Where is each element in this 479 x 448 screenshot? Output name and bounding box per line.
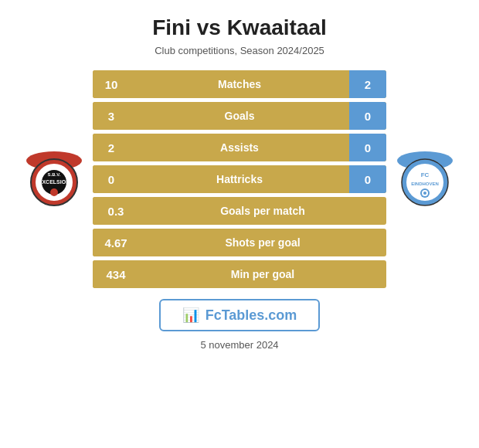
stat-row-goals: 3 Goals 0 [93, 102, 386, 130]
stat-label-assists: Assists [130, 141, 349, 154]
fctables-text: FcTables.com [206, 307, 297, 324]
fctables-banner[interactable]: 📊 FcTables.com [159, 299, 321, 331]
stat-right-matches: 2 [349, 70, 386, 98]
stat-label-matches: Matches [130, 78, 349, 90]
stat-left-min_per_goal: 434 [93, 260, 139, 288]
stat-left-goals_per_match: 0.3 [93, 197, 139, 225]
svg-text:EXCELSIOR: EXCELSIOR [39, 179, 70, 185]
page-subtitle: Club competitions, Season 2024/2025 [155, 45, 324, 56]
stats-area: 10 Matches 2 3 Goals 0 2 Assists 0 0 Hat… [93, 70, 386, 288]
stat-left-hattricks: 0 [93, 165, 130, 193]
stat-right-hattricks: 0 [349, 165, 386, 193]
stat-label-hattricks: Hattricks [130, 173, 349, 185]
svg-point-6 [50, 188, 58, 196]
stat-row-shots_per_goal: 4.67 Shots per goal [93, 229, 386, 256]
stat-left-shots_per_goal: 4.67 [93, 229, 139, 256]
left-team-logo: S.B.V. EXCELSIOR [15, 148, 93, 210]
stat-row-matches: 10 Matches 2 [93, 70, 386, 98]
stat-label-shots_per_goal: Shots per goal [139, 236, 386, 249]
excelsior-svg: S.B.V. EXCELSIOR [23, 148, 85, 210]
eindhoven-svg: FC EINDHOVEN [394, 148, 456, 210]
svg-text:EINDHOVEN: EINDHOVEN [411, 182, 439, 186]
svg-text:S.B.V.: S.B.V. [48, 172, 61, 177]
fctables-icon: 📊 [182, 307, 199, 324]
main-area: S.B.V. EXCELSIOR 10 Matches 2 3 Goals 0 … [8, 70, 471, 288]
stat-row-min_per_goal: 434 Min per goal [93, 260, 386, 288]
stat-row-goals_per_match: 0.3 Goals per match [93, 197, 386, 225]
page-title: Fini vs Kwaaitaal [152, 15, 327, 40]
stat-left-goals: 3 [93, 102, 130, 130]
svg-text:FC: FC [421, 171, 430, 178]
stat-left-assists: 2 [93, 134, 130, 161]
stat-row-assists: 2 Assists 0 [93, 134, 386, 161]
stat-label-min_per_goal: Min per goal [139, 268, 386, 280]
right-team-logo: FC EINDHOVEN [386, 148, 464, 210]
footer-date: 5 november 2024 [200, 339, 278, 351]
stat-row-hattricks: 0 Hattricks 0 [93, 165, 386, 193]
page: Fini vs Kwaaitaal Club competitions, Sea… [0, 0, 479, 448]
svg-point-14 [423, 192, 426, 195]
stat-right-assists: 0 [349, 134, 386, 161]
stat-label-goals: Goals [130, 110, 349, 122]
stat-left-matches: 10 [93, 70, 130, 98]
stat-label-goals_per_match: Goals per match [139, 205, 386, 217]
stat-right-goals: 0 [349, 102, 386, 130]
